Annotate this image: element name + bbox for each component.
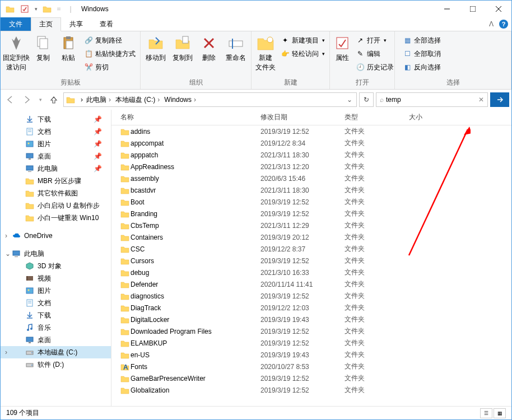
file-list-header[interactable]: 名称 修改日期 类型 大小	[111, 110, 511, 125]
file-row[interactable]: ELAMBKUP2019/3/19 12:52文件夹	[111, 337, 511, 349]
file-row[interactable]: Boot2019/3/19 12:52文件夹	[111, 196, 511, 208]
copy-button[interactable]: 复制	[31, 33, 55, 64]
file-row[interactable]: appcompat2019/12/2 8:34文件夹	[111, 137, 511, 149]
nav-up-button[interactable]	[46, 92, 61, 107]
folder-icon	[120, 292, 131, 301]
ribbon-collapse-icon[interactable]: ᐱ	[489, 20, 494, 28]
tab-view[interactable]: 查看	[91, 17, 122, 31]
folder-icon	[120, 198, 131, 207]
search-go-button[interactable]	[490, 92, 509, 107]
refresh-button[interactable]: ↻	[359, 92, 374, 107]
file-list[interactable]: addins2019/3/19 12:52文件夹appcompat2019/12…	[111, 125, 511, 406]
nav-thispc[interactable]: ⌄此电脑	[1, 248, 111, 260]
nav-quick-item[interactable]: 图片📌	[1, 138, 111, 150]
file-row[interactable]: Cursors2019/3/19 12:52文件夹	[111, 255, 511, 267]
file-row[interactable]: CbsTemp2021/3/11 12:29文件夹	[111, 220, 511, 231]
file-row[interactable]: AFonts2020/10/27 8:53文件夹	[111, 361, 511, 372]
copy-path-button[interactable]: 🔗复制路径	[82, 34, 138, 46]
close-button[interactable]	[486, 1, 511, 17]
history-button[interactable]: 🕘历史记录	[353, 61, 396, 73]
search-clear-icon[interactable]: ✕	[478, 96, 484, 104]
nav-pc-item[interactable]: 视频	[1, 272, 111, 284]
file-row[interactable]: addins2019/3/19 12:52文件夹	[111, 125, 511, 137]
view-large-button[interactable]: ▦	[494, 408, 506, 418]
col-type[interactable]: 类型	[345, 113, 409, 122]
file-row[interactable]: AppReadiness2021/3/13 12:20文件夹	[111, 161, 511, 172]
nav-pc-item[interactable]: 音乐	[1, 321, 111, 334]
paste-shortcut-button[interactable]: 📋粘贴快捷方式	[82, 48, 138, 60]
nav-quick-item[interactable]: 此电脑📌	[1, 162, 111, 175]
crumb-folder[interactable]: Windows›	[163, 96, 199, 104]
menu-file[interactable]: 文件	[1, 17, 31, 31]
nav-onedrive[interactable]: ›OneDrive	[1, 230, 111, 242]
nav-quick-item[interactable]: 下载📌	[1, 113, 111, 125]
qat-folder-icon	[4, 3, 16, 15]
nav-pc-item[interactable]: 桌面	[1, 334, 111, 346]
file-row[interactable]: DigitalLocker2019/3/19 19:43文件夹	[111, 314, 511, 325]
nav-quick-item[interactable]: 小白启动 U 盘制作步	[1, 199, 111, 212]
navigation-pane[interactable]: 下载📌文档📌图片📌桌面📌此电脑📌MBR 分区步骤其它软件截图小白启动 U 盘制作…	[1, 110, 111, 406]
nav-back-button[interactable]	[3, 92, 17, 107]
breadcrumb[interactable]: › 此电脑› 本地磁盘 (C:)› Windows› ⌄	[63, 92, 357, 107]
file-row[interactable]: debug2021/3/10 16:33文件夹	[111, 267, 511, 278]
nav-quick-item[interactable]: MBR 分区步骤	[1, 175, 111, 187]
delete-button[interactable]: 删除	[197, 33, 222, 64]
nav-pc-item[interactable]: 软件 (D:)	[1, 358, 111, 371]
col-name[interactable]: 名称	[120, 113, 260, 122]
file-row[interactable]: bcastdvr2021/3/11 18:30文件夹	[111, 184, 511, 196]
file-row[interactable]: diagnostics2019/3/19 12:52文件夹	[111, 290, 511, 302]
breadcrumb-dropdown[interactable]: ⌄	[344, 96, 355, 104]
invert-selection-button[interactable]: ◧反向选择	[401, 61, 443, 73]
file-row[interactable]: Downloaded Program Files2019/3/19 12:52文…	[111, 325, 511, 337]
minimize-button[interactable]	[434, 1, 460, 17]
nav-quick-item[interactable]: 小白一键重装 Win10	[1, 212, 111, 224]
file-row[interactable]: CSC2019/12/2 8:37文件夹	[111, 243, 511, 255]
qat-properties-icon[interactable]	[18, 3, 31, 15]
new-folder-button[interactable]: 新建 文件夹	[254, 33, 277, 73]
maximize-button[interactable]	[460, 1, 486, 17]
search-input[interactable]	[386, 96, 478, 104]
file-row[interactable]: GameBarPresenceWriter2019/3/19 12:52文件夹	[111, 372, 511, 384]
tab-share[interactable]: 共享	[61, 17, 91, 31]
nav-quick-item[interactable]: 其它软件截图	[1, 187, 111, 199]
nav-pc-item[interactable]: 3D 对象	[1, 260, 111, 272]
file-row[interactable]: Branding2019/3/19 12:52文件夹	[111, 208, 511, 220]
properties-button[interactable]: 属性	[332, 33, 352, 64]
tab-home[interactable]: 主页	[31, 17, 61, 31]
file-row[interactable]: Defender2020/11/14 11:41文件夹	[111, 278, 511, 290]
col-date[interactable]: 修改日期	[260, 113, 345, 122]
rename-button[interactable]: 重命名	[223, 33, 249, 64]
edit-button[interactable]: ✎编辑	[353, 48, 396, 60]
paste-button[interactable]: 粘贴	[57, 33, 81, 64]
nav-recent-dropdown[interactable]: ▾	[36, 92, 44, 107]
file-row[interactable]: Containers2019/3/19 20:12文件夹	[111, 231, 511, 243]
nav-pc-item[interactable]: ›本地磁盘 (C:)	[1, 346, 111, 358]
search-box[interactable]: ⌕ ✕	[376, 92, 488, 107]
open-button[interactable]: ↗打开▾	[353, 34, 396, 46]
nav-quick-item[interactable]: 文档📌	[1, 125, 111, 138]
file-row[interactable]: DiagTrack2019/12/2 12:03文件夹	[111, 302, 511, 314]
qat-dropdown[interactable]: ▾	[33, 3, 39, 15]
cut-button[interactable]: ✂️剪切	[82, 61, 138, 73]
view-details-button[interactable]: ☰	[480, 408, 492, 418]
select-all-button[interactable]: ▦全部选择	[401, 34, 443, 46]
file-row[interactable]: assembly2020/6/3 15:46文件夹	[111, 172, 511, 184]
col-size[interactable]: 大小	[409, 113, 511, 122]
new-item-button[interactable]: ✦新建项目▾	[278, 34, 327, 46]
select-none-button[interactable]: ☐全部取消	[401, 48, 443, 60]
nav-pc-item[interactable]: 图片	[1, 284, 111, 297]
copyto-button[interactable]: 复制到	[170, 33, 196, 64]
nav-forward-button[interactable]	[20, 92, 34, 107]
pin-quickaccess-button[interactable]: 固定到快 速访问	[3, 33, 30, 73]
nav-pc-item[interactable]: 文档	[1, 297, 111, 309]
nav-quick-item[interactable]: 桌面📌	[1, 150, 111, 162]
file-row[interactable]: Globalization2019/3/19 12:52文件夹	[111, 384, 511, 396]
file-row[interactable]: en-US2019/3/19 19:43文件夹	[111, 349, 511, 361]
crumb-pc[interactable]: 此电脑›	[85, 95, 114, 105]
moveto-button[interactable]: 移动到	[143, 33, 169, 64]
crumb-drive[interactable]: 本地磁盘 (C:)›	[114, 95, 163, 105]
nav-pc-item[interactable]: 下载	[1, 309, 111, 321]
help-icon[interactable]: ?	[499, 20, 508, 29]
easy-access-button[interactable]: 👉轻松访问▾	[278, 48, 327, 60]
file-row[interactable]: apppatch2021/3/11 18:30文件夹	[111, 149, 511, 161]
